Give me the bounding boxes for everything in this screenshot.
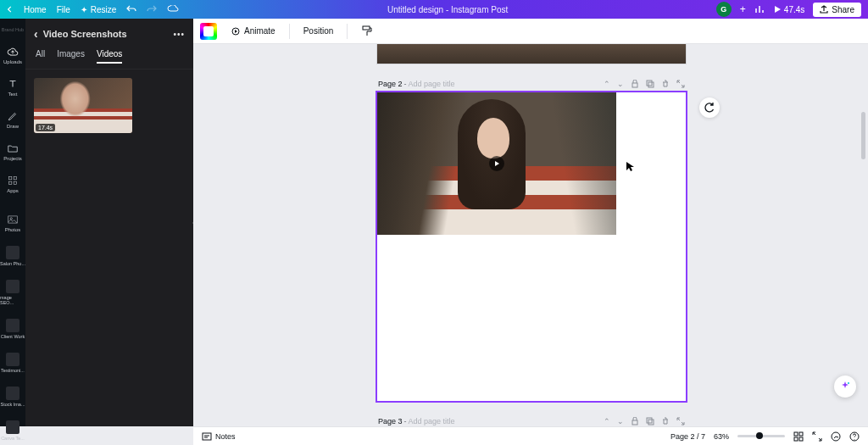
rail-folder-testimonials[interactable]: Testimoni... bbox=[0, 349, 25, 376]
rail-text[interactable]: Text bbox=[0, 75, 25, 100]
svg-rect-0 bbox=[8, 176, 12, 180]
share-icon bbox=[820, 5, 828, 14]
format-painter-button[interactable] bbox=[356, 23, 378, 40]
grid-view-button[interactable] bbox=[793, 431, 804, 442]
rail-apps[interactable]: Apps bbox=[0, 171, 25, 197]
header-right-group: G + 47.4s Share bbox=[716, 2, 861, 17]
file-menu[interactable]: File bbox=[57, 5, 70, 14]
cloud-upload-icon bbox=[7, 46, 19, 58]
page-duplicate-button[interactable] bbox=[646, 80, 654, 88]
notes-button[interactable]: Notes bbox=[202, 432, 236, 441]
page-move-up-button[interactable]: ⌃ bbox=[604, 80, 610, 88]
page-indicator[interactable]: Page 2 / 7 bbox=[670, 432, 705, 441]
svg-rect-7 bbox=[363, 26, 370, 30]
toolbar-divider bbox=[347, 24, 348, 39]
play-icon bbox=[773, 5, 782, 14]
rail-label: Draw bbox=[7, 124, 19, 129]
share-button[interactable]: Share bbox=[813, 3, 861, 17]
page-delete-button[interactable] bbox=[661, 80, 670, 88]
page-title-separator: - bbox=[404, 417, 407, 426]
rail-label: Salon Pho... bbox=[0, 261, 25, 266]
video-play-button[interactable] bbox=[489, 156, 504, 171]
regenerate-button[interactable] bbox=[699, 97, 720, 118]
magic-fab-button[interactable] bbox=[834, 375, 856, 398]
notes-label: Notes bbox=[215, 432, 236, 441]
rail-photos[interactable]: Photos bbox=[0, 210, 25, 236]
page-move-up-button[interactable]: ⌃ bbox=[604, 417, 610, 426]
vertical-scrollbar[interactable] bbox=[861, 112, 865, 159]
rail-uploads[interactable]: Uploads bbox=[0, 42, 25, 68]
zoom-level[interactable]: 63% bbox=[714, 432, 729, 441]
rail-draw[interactable]: Draw bbox=[0, 107, 25, 132]
page-lock-button[interactable] bbox=[631, 80, 639, 88]
rail-label: Uploads bbox=[3, 59, 22, 64]
video-element[interactable] bbox=[377, 92, 616, 235]
rail-brand-hub[interactable]: Brand Hub bbox=[0, 24, 25, 36]
svg-rect-12 bbox=[647, 418, 652, 423]
image-icon bbox=[7, 214, 19, 225]
page-2-canvas[interactable] bbox=[376, 92, 687, 402]
rail-projects[interactable]: Projects bbox=[0, 139, 25, 164]
svg-rect-18 bbox=[794, 437, 798, 441]
page-delete-button[interactable] bbox=[661, 417, 670, 426]
animate-button[interactable]: Animate bbox=[225, 24, 281, 39]
page-duplicate-button[interactable] bbox=[646, 417, 654, 426]
svg-rect-10 bbox=[648, 82, 654, 87]
svg-rect-9 bbox=[647, 81, 652, 86]
cloud-sync-icon[interactable] bbox=[167, 5, 179, 14]
rail-label: mage SEO... bbox=[0, 295, 25, 305]
help-button[interactable] bbox=[849, 431, 860, 442]
user-avatar[interactable]: G bbox=[716, 2, 732, 17]
fullscreen-button[interactable] bbox=[812, 431, 822, 442]
tab-all[interactable]: All bbox=[36, 46, 45, 64]
page-3-title-input[interactable]: Add page title bbox=[409, 417, 455, 426]
rail-folder-client[interactable]: Client Work bbox=[0, 315, 25, 342]
toolbar-divider bbox=[289, 24, 290, 39]
home-link[interactable]: Home bbox=[24, 5, 47, 14]
undo-button[interactable] bbox=[126, 5, 136, 14]
rail-folder-stock[interactable]: Stock Ima... bbox=[0, 383, 25, 410]
play-preview-button[interactable]: 47.4s bbox=[773, 5, 804, 14]
page-2-title-input[interactable]: Add page title bbox=[409, 80, 455, 88]
rail-folder-seo[interactable]: mage SEO... bbox=[0, 276, 25, 309]
zoom-slider[interactable] bbox=[737, 435, 785, 437]
panel-body: 17.4s bbox=[25, 70, 193, 142]
tab-images[interactable]: Images bbox=[57, 46, 85, 64]
svg-rect-2 bbox=[8, 181, 12, 185]
notes-icon bbox=[202, 432, 212, 441]
back-button[interactable] bbox=[7, 6, 14, 13]
panel-more-button[interactable]: ••• bbox=[173, 30, 185, 39]
apps-icon bbox=[7, 175, 19, 186]
panel-header: ‹ Video Screenshots ••• bbox=[25, 19, 193, 46]
folder-thumb-icon bbox=[6, 246, 19, 259]
svg-rect-1 bbox=[14, 176, 17, 180]
position-button[interactable]: Position bbox=[298, 24, 339, 38]
tab-videos[interactable]: Videos bbox=[97, 46, 122, 64]
present-button[interactable] bbox=[831, 431, 841, 442]
page-lock-button[interactable] bbox=[631, 417, 639, 426]
rail-folder-salon[interactable]: Salon Pho... bbox=[0, 242, 25, 270]
page-move-down-button[interactable]: ⌄ bbox=[617, 417, 624, 426]
insights-icon[interactable] bbox=[754, 4, 765, 14]
svg-rect-17 bbox=[799, 432, 803, 436]
page-1-sliver[interactable] bbox=[376, 44, 687, 64]
panel-back-button[interactable]: ‹ bbox=[34, 27, 38, 41]
background-color-picker[interactable] bbox=[200, 23, 217, 40]
context-toolbar: Animate Position bbox=[193, 19, 868, 44]
svg-rect-13 bbox=[648, 420, 654, 425]
page-expand-button[interactable] bbox=[676, 80, 685, 88]
add-member-button[interactable]: + bbox=[740, 3, 746, 15]
document-title[interactable]: Untitled design - Instagram Post bbox=[179, 5, 715, 14]
svg-point-5 bbox=[10, 218, 12, 220]
uploads-panel: ‹ Video Screenshots ••• All Images Video… bbox=[25, 19, 193, 426]
rail-folder-canva-templates[interactable]: Canva Te... bbox=[0, 417, 25, 444]
page-3-controls: Page 3 - Add page title ⌃ ⌄ bbox=[376, 417, 687, 426]
video-thumbnail[interactable]: 17.4s bbox=[34, 78, 132, 133]
resize-menu[interactable]: ✦ Resize bbox=[81, 5, 117, 14]
redo-button[interactable] bbox=[147, 5, 157, 14]
canvas-area[interactable]: Page 2 - Add page title ⌃ ⌄ bbox=[193, 44, 868, 426]
page-move-down-button[interactable]: ⌄ bbox=[617, 80, 624, 88]
page-expand-button[interactable] bbox=[676, 417, 685, 426]
header-left-group: Home File ✦ Resize bbox=[7, 5, 179, 14]
add-page-chevron[interactable]: ⌄ bbox=[515, 420, 524, 426]
